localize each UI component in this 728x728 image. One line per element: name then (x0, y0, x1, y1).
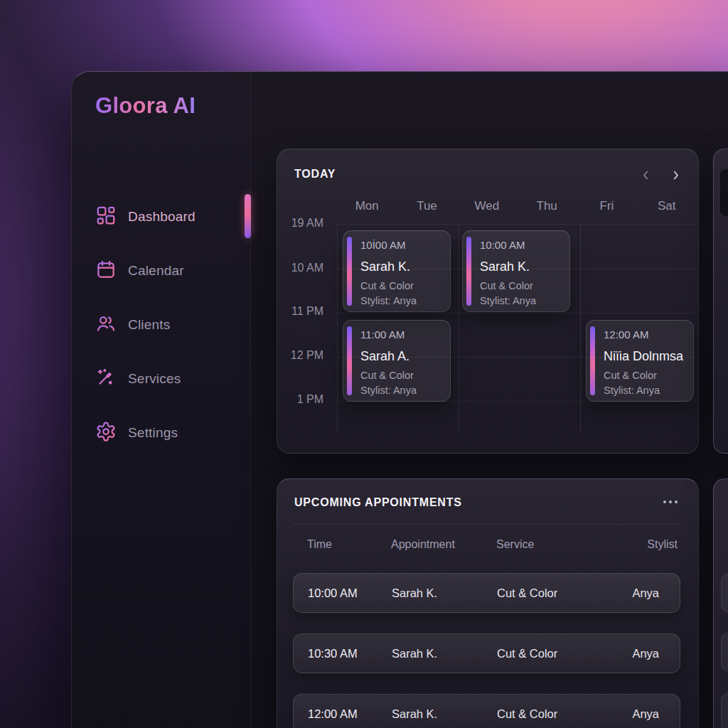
cell-service: Cut & Color (497, 707, 591, 721)
sidebar-item-settings[interactable]: Settings (72, 416, 250, 450)
event-text: 10:00 AMSarah K.Cut & ColorStylist: Anya (480, 238, 565, 308)
event-time: 11:00 AM (360, 328, 446, 342)
cell-stylist: Anya (591, 707, 659, 721)
event-service: Cut & Color (360, 279, 446, 293)
event-stylist: Stylist: Anya (480, 294, 565, 308)
calendar-event[interactable]: 10:00 AMSarah K.Cut & ColorStylist: Anya (462, 230, 570, 312)
clients-icon (72, 313, 117, 337)
day-label-fri: Fri (577, 199, 636, 213)
sidebar-item-label: Clients (128, 317, 170, 333)
settings-icon (72, 421, 117, 445)
event-text: 10İ00 AMSarah K.Cut & ColorStylist: Anya (360, 238, 446, 308)
day-header-row: MonTueWedThuFriSat (337, 199, 697, 213)
cell-time: 10:00 AM (308, 587, 392, 600)
header-divider (293, 524, 682, 525)
chevron-left-icon[interactable] (636, 166, 655, 184)
calendar-event[interactable]: 11:00 AMSarah A.Cut & ColorStylist: Anya (343, 320, 451, 402)
day-label-sat: Sat (637, 199, 697, 213)
appointments-title: UPCOMING APPOINTMENTS (294, 496, 462, 509)
calendar-icon (72, 259, 117, 283)
column-header-time: Time (307, 538, 391, 551)
grid-hline (337, 313, 695, 314)
clipped-row (721, 573, 728, 613)
event-client: Sarah K. (480, 258, 565, 275)
grid-vline (459, 224, 459, 434)
event-accent-bar (347, 326, 352, 395)
cell-appointment: Sarah K. (392, 647, 497, 660)
event-accent-bar (590, 326, 595, 395)
calendar-event[interactable]: 12:00 AMNiïia DolnmsaCut & ColorStylist:… (586, 320, 694, 402)
sidebar-item-dashboard[interactable]: Dashboard (72, 200, 250, 234)
sidebar-nav: DashboardCalendarClientsServicesSettings (72, 200, 250, 470)
sidebar: Gloora AI DashboardCalendarClientsServic… (72, 72, 251, 728)
app-window: Gloora AI DashboardCalendarClientsServic… (71, 71, 728, 728)
sidebar-item-calendar[interactable]: Calendar (72, 254, 250, 288)
event-time: 10:00 AM (480, 238, 565, 252)
sidebar-item-label: Settings (128, 425, 178, 441)
time-label: 11 PM (277, 305, 323, 318)
today-calendar-card: TODAY MonTueWedThuFriSat 19 AM10 AM11 PM… (277, 149, 699, 454)
app-logo: Gloora AI (95, 93, 196, 119)
day-label-wed: Wed (457, 199, 517, 213)
table-row[interactable]: 12:00 AMSarah K.Cut & ColorAnya (293, 694, 680, 728)
dashboard-icon (72, 205, 117, 229)
clipped-row (721, 692, 728, 728)
chevron-right-icon[interactable] (666, 166, 685, 184)
clipped-row (721, 632, 728, 672)
clipped-right-panel-bottom (713, 478, 728, 728)
time-label: 19 AM (277, 217, 323, 230)
event-stylist: Stylist: Anya (360, 384, 446, 397)
column-header-appointment: Appointment (391, 538, 496, 551)
upcoming-appointments-card: UPCOMING APPOINTMENTS TimeAppointmentSer… (277, 478, 699, 728)
active-nav-indicator (245, 194, 251, 238)
sidebar-item-clients[interactable]: Clients (72, 308, 250, 342)
event-time: 10İ00 AM (360, 238, 446, 252)
calendar-title: TODAY (294, 168, 336, 181)
table-body: 10:00 AMSarah K.Cut & ColorAnya10:30 AMS… (293, 573, 680, 728)
event-time: 12:00 AM (604, 328, 689, 342)
cell-appointment: Sarah K. (392, 587, 497, 600)
day-label-tue: Tue (397, 199, 456, 213)
cell-appointment: Sarah K. (392, 707, 497, 721)
services-icon (72, 367, 117, 391)
event-stylist: Stylist: Anya (604, 384, 689, 397)
clipped-right-panel-top (713, 149, 728, 454)
grid-vline (337, 224, 338, 434)
table-row[interactable]: 10:30 AMSarah K.Cut & ColorAnya (293, 633, 680, 673)
calendar-event[interactable]: 10İ00 AMSarah K.Cut & ColorStylist: Anya (343, 230, 451, 312)
event-service: Cut & Color (604, 369, 689, 382)
time-label: 1 PM (277, 393, 323, 406)
right-panel-button[interactable] (720, 169, 728, 216)
event-stylist: Stylist: Anya (360, 294, 446, 308)
time-label: 10 AM (277, 262, 323, 274)
cell-service: Cut & Color (497, 587, 591, 600)
table-header: TimeAppointmentServiceStylist (293, 536, 678, 553)
event-service: Cut & Color (480, 279, 565, 293)
event-text: 12:00 AMNiïia DolnmsaCut & ColorStylist:… (604, 328, 689, 397)
event-client: Niïia Dolnmsa (604, 348, 689, 365)
column-header-service: Service (496, 538, 609, 551)
cell-time: 10:30 AM (308, 647, 392, 660)
event-accent-bar (466, 237, 471, 306)
sidebar-item-label: Services (128, 371, 181, 387)
event-service: Cut & Color (360, 369, 446, 382)
grid-hline (337, 224, 695, 225)
day-label-thu: Thu (517, 199, 577, 213)
event-client: Sarah A. (360, 348, 446, 365)
day-label-mon: Mon (337, 199, 397, 213)
event-client: Sarah K. (360, 258, 446, 275)
sidebar-item-label: Calendar (128, 263, 184, 279)
cell-time: 12:00 AM (308, 707, 392, 721)
sidebar-item-label: Dashboard (128, 209, 196, 225)
cell-service: Cut & Color (497, 647, 591, 660)
calendar-nav (636, 166, 685, 184)
cell-stylist: Anya (591, 587, 659, 600)
ellipsis-icon[interactable] (658, 495, 682, 509)
table-row[interactable]: 10:00 AMSarah K.Cut & ColorAnya (293, 573, 680, 613)
sidebar-item-services[interactable]: Services (72, 362, 250, 396)
column-header-stylist: Stylist (609, 538, 678, 551)
time-label: 12 PM (277, 349, 323, 362)
grid-vline (580, 224, 581, 434)
cell-stylist: Anya (591, 647, 659, 660)
event-accent-bar (347, 237, 352, 306)
